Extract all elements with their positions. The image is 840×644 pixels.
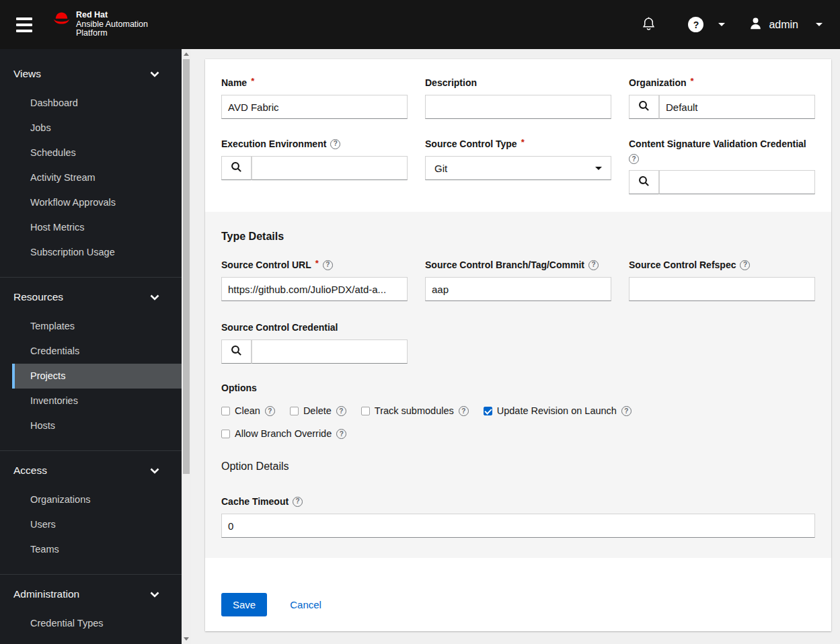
question-circle-icon[interactable] [740,260,750,270]
question-circle-icon[interactable] [629,154,639,164]
delete-checkbox[interactable] [290,407,299,415]
sidebar-group-toggle-views[interactable]: Views [0,63,182,85]
option-track-submodules[interactable]: Track submodules [361,405,469,416]
bell-icon [642,15,656,34]
option-details-heading: Option Details [221,460,815,473]
name-input[interactable] [221,95,408,119]
required-asterisk: * [691,75,694,87]
source-control-credential-lookup-button[interactable] [221,339,252,364]
source-control-credential-input[interactable] [252,339,408,364]
sidebar-item-hosts[interactable]: Hosts [0,413,182,438]
question-circle-icon[interactable] [588,260,599,270]
question-circle-icon[interactable] [323,260,333,270]
source-control-branch-input[interactable] [425,277,611,301]
organization-field-group: Organization * [629,77,815,119]
sidebar-group-toggle-administration[interactable]: Administration [0,583,182,606]
scrollbar-up-arrow[interactable] [182,49,191,59]
sidebar-group-resources: Resources Templates Credentials Projects… [0,277,182,445]
content-signature-credential-lookup-button[interactable] [629,170,659,194]
form-top-section: Name * Description Organization [205,59,831,212]
group-title: Administration [13,588,79,600]
sidebar-group-toggle-access[interactable]: Access [0,459,182,482]
nav-toggle-button[interactable] [12,7,36,42]
chevron-down-icon [150,294,159,300]
option-delete[interactable]: Delete [290,405,346,416]
form-actions: Save Cancel [205,558,831,631]
clean-checkbox[interactable] [221,407,230,415]
sidebar-item-activity-stream[interactable]: Activity Stream [0,165,182,190]
sidebar-item-subscription-usage[interactable]: Subscription Usage [0,240,182,265]
sidebar-item-inventories[interactable]: Inventories [0,389,182,413]
group-title: Access [13,465,47,477]
sidebar-item-host-metrics[interactable]: Host Metrics [0,215,182,240]
sidebar-item-credential-types[interactable]: Credential Types [0,611,182,636]
source-control-url-field-group: Source Control URL * [221,259,408,301]
option-allow-branch-override[interactable]: Allow Branch Override [221,428,346,439]
option-label: Allow Branch Override [235,428,332,439]
scrollbar-thumb[interactable] [183,59,190,474]
organization-input[interactable] [659,95,815,119]
cache-timeout-label: Cache Timeout [221,495,289,508]
content-signature-credential-field-group: Content Signature Validation Credential [629,138,815,194]
user-icon [749,16,762,33]
cancel-button[interactable]: Cancel [290,599,321,610]
source-control-type-select[interactable]: Git [425,156,611,180]
save-button[interactable]: Save [221,593,267,616]
brand-logo: Red Hat Ansible Automation Platform [52,11,148,38]
question-circle-icon[interactable] [265,406,275,416]
option-update-revision-on-launch[interactable]: Update Revision on Launch [484,405,632,416]
top-navbar: Red Hat Ansible Automation Platform ? [0,0,840,49]
help-menu-button[interactable]: ? [688,17,725,32]
brand-line2: Ansible Automation [76,20,148,30]
content-signature-credential-input[interactable] [659,170,815,194]
user-menu-button[interactable]: admin [749,16,823,33]
question-circle-icon[interactable] [459,406,469,416]
search-icon [638,175,650,189]
description-field-group: Description [425,77,611,119]
sidebar-item-credentials[interactable]: Credentials [0,339,182,364]
question-circle-icon[interactable] [336,406,346,416]
search-icon [231,345,242,358]
cache-timeout-input[interactable] [221,514,815,538]
sidebar-group-access: Access Organizations Users Teams [0,450,182,569]
sidebar-group-views: Views Dashboard Jobs Schedules Activity … [0,63,182,272]
sidebar-item-schedules[interactable]: Schedules [0,140,182,165]
allow-branch-override-checkbox[interactable] [221,430,230,438]
selected-option: Git [434,163,447,174]
sidebar-item-dashboard[interactable]: Dashboard [0,91,182,116]
question-circle-icon[interactable] [293,497,303,507]
option-label: Clean [235,405,260,416]
sidebar-item-users[interactable]: Users [0,512,182,537]
question-circle-icon[interactable] [330,139,340,149]
sidebar-item-projects[interactable]: Projects [12,364,182,389]
notifications-button[interactable] [642,15,656,34]
name-field-group: Name * [221,77,408,119]
execution-environment-lookup-button[interactable] [221,156,252,180]
sidebar-item-teams[interactable]: Teams [0,537,182,562]
sidebar-scrollbar[interactable] [182,49,191,644]
caret-down-icon [718,23,725,26]
sidebar-group-toggle-resources[interactable]: Resources [0,286,182,309]
description-input[interactable] [425,95,611,119]
sidebar-item-templates[interactable]: Templates [0,314,182,339]
question-circle-icon[interactable] [336,429,346,439]
sidebar: Views Dashboard Jobs Schedules Activity … [0,49,182,644]
main-content: Name * Description Organization [191,49,840,644]
update-revision-checkbox[interactable] [484,407,492,415]
track-submodules-checkbox[interactable] [361,407,370,415]
options-label: Options [221,383,815,393]
type-details-section: Type Details Source Control URL * Source… [205,212,831,558]
sidebar-item-jobs[interactable]: Jobs [0,116,182,140]
execution-environment-input[interactable] [252,156,408,180]
source-control-refspec-input[interactable] [629,277,815,301]
execution-environment-label: Execution Environment [221,138,326,150]
source-control-url-input[interactable] [221,277,408,301]
scrollbar-down-arrow[interactable] [182,634,191,644]
organization-lookup-button[interactable] [629,95,659,119]
sidebar-item-workflow-approvals[interactable]: Workflow Approvals [0,190,182,215]
username-label: admin [769,19,798,31]
sidebar-item-organizations[interactable]: Organizations [0,487,182,512]
execution-environment-field-group: Execution Environment [221,138,408,180]
question-circle-icon[interactable] [621,406,632,416]
option-clean[interactable]: Clean [221,405,275,416]
